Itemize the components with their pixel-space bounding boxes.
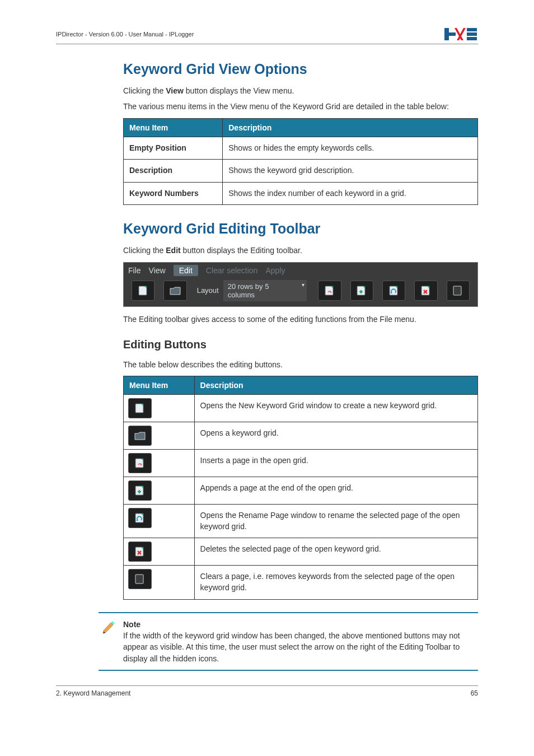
table-row: Empty Position Shows or hides the empty … bbox=[124, 137, 478, 160]
note-pencil-icon bbox=[101, 620, 116, 637]
table-row: Appends a page at the end of the open gr… bbox=[124, 477, 478, 505]
open-grid-icon bbox=[163, 281, 186, 301]
section-title-view-options: Keyword Grid View Options bbox=[123, 61, 478, 77]
open-grid-icon bbox=[128, 426, 152, 446]
toolbar-tab-file: File bbox=[128, 266, 141, 275]
page-header: IPDirector - Version 6.00 - User Manual … bbox=[56, 28, 478, 44]
clear-page-icon bbox=[128, 569, 152, 589]
note-text: Note If the width of the keyword grid wi… bbox=[123, 619, 476, 664]
editing-toolbar-screenshot: File View Edit Clear selection Apply Lay… bbox=[123, 262, 478, 307]
insert-page-icon bbox=[318, 281, 341, 301]
svg-rect-33 bbox=[135, 514, 143, 522]
svg-rect-40 bbox=[135, 575, 143, 584]
editing-buttons-table: Menu Item Description Opens the New Keyw… bbox=[123, 376, 478, 599]
subsection-title-editing-buttons: Editing Buttons bbox=[123, 338, 478, 351]
svg-rect-1 bbox=[444, 32, 456, 36]
svg-rect-36 bbox=[135, 547, 143, 556]
table-cell: Inserts a page in the open grid. bbox=[194, 450, 477, 477]
table-row: Opens the Rename Page window to rename t… bbox=[124, 505, 478, 538]
layout-label: Layout bbox=[197, 286, 219, 295]
toolbar-tab-view: View bbox=[149, 266, 166, 275]
paragraph: Clicking the View button displays the Vi… bbox=[123, 85, 478, 96]
svg-rect-5 bbox=[467, 32, 477, 36]
icon-cell bbox=[124, 538, 195, 566]
table-cell: Description bbox=[124, 160, 223, 183]
svg-rect-16 bbox=[390, 286, 397, 295]
text: Clicking the bbox=[123, 246, 166, 255]
note-label: Note bbox=[123, 620, 140, 629]
table-row: Clears a page, i.e. removes keywords fro… bbox=[124, 566, 478, 599]
icon-cell bbox=[124, 505, 195, 538]
svg-marker-41 bbox=[103, 623, 113, 633]
table-cell: Clears a page, i.e. removes keywords fro… bbox=[194, 566, 477, 599]
toolbar-tab-edit: Edit bbox=[174, 265, 198, 276]
new-grid-icon bbox=[132, 281, 154, 301]
icon-cell bbox=[124, 395, 195, 422]
header-text: IPDirector - Version 6.00 - User Manual … bbox=[56, 31, 194, 38]
icon-cell bbox=[124, 566, 195, 599]
table-cell: Empty Position bbox=[124, 137, 223, 160]
paragraph: Clicking the Edit button displays the Ed… bbox=[123, 245, 478, 256]
text-bold: View bbox=[166, 86, 184, 95]
evs-logo bbox=[444, 28, 478, 40]
table-cell: Appends a page at the end of the open gr… bbox=[194, 477, 477, 505]
paragraph: The Editing toolbar gives access to some… bbox=[123, 314, 478, 325]
new-grid-icon bbox=[128, 398, 152, 418]
icon-cell bbox=[124, 477, 195, 505]
svg-rect-19 bbox=[421, 286, 429, 295]
clear-page-icon bbox=[447, 281, 470, 301]
insert-page-icon bbox=[128, 453, 152, 473]
text-bold: Edit bbox=[166, 246, 180, 255]
svg-rect-26 bbox=[135, 459, 143, 468]
delete-page-icon bbox=[128, 542, 152, 562]
table-cell: Opens the Rename Page window to rename t… bbox=[194, 505, 477, 538]
table-header: Menu Item bbox=[124, 376, 195, 395]
text: Clicking the bbox=[123, 86, 166, 95]
table-cell: Shows or hides the empty keywords cells. bbox=[223, 137, 478, 160]
table-header: Menu Item bbox=[124, 118, 223, 137]
table-header-row: Menu Item Description bbox=[124, 118, 478, 137]
table-header: Description bbox=[194, 376, 477, 395]
table-header-row: Menu Item Description bbox=[124, 376, 478, 395]
table-row: Opens a keyword grid. bbox=[124, 422, 478, 450]
table-cell: Opens a keyword grid. bbox=[194, 422, 477, 450]
append-page-icon bbox=[128, 480, 152, 501]
append-page-icon bbox=[350, 281, 373, 301]
icon-cell bbox=[124, 422, 195, 450]
text: button displays the Editing toolbar. bbox=[181, 246, 302, 255]
icon-cell bbox=[124, 450, 195, 477]
svg-rect-23 bbox=[453, 286, 461, 295]
footer-left: 2. Keyword Management bbox=[56, 689, 130, 697]
rename-page-icon bbox=[382, 281, 405, 301]
svg-rect-4 bbox=[467, 28, 477, 31]
table-row: Deletes the selected page of the open ke… bbox=[124, 538, 478, 566]
text: button displays the View menu. bbox=[184, 86, 294, 95]
svg-rect-7 bbox=[139, 286, 147, 295]
table-row: Inserts a page in the open grid. bbox=[124, 450, 478, 477]
svg-rect-24 bbox=[135, 404, 143, 413]
paragraph: The table below describes the editing bu… bbox=[123, 359, 478, 370]
rename-page-icon bbox=[128, 508, 152, 528]
table-header: Description bbox=[223, 118, 478, 137]
note-body: If the width of the keyword grid window … bbox=[123, 631, 460, 663]
view-options-table: Menu Item Description Empty Position Sho… bbox=[123, 118, 478, 206]
table-cell: Deletes the selected page of the open ke… bbox=[194, 538, 477, 566]
svg-rect-6 bbox=[467, 37, 477, 40]
table-cell: Keyword Numbers bbox=[124, 182, 223, 205]
section-title-editing-toolbar: Keyword Grid Editing Toolbar bbox=[123, 221, 478, 237]
svg-rect-9 bbox=[325, 286, 333, 295]
delete-page-icon bbox=[414, 281, 437, 301]
layout-dropdown: 20 rows by 5 columns bbox=[223, 280, 307, 301]
page-footer: 2. Keyword Management 65 bbox=[56, 685, 478, 697]
table-row: Opens the New Keyword Grid window to cre… bbox=[124, 395, 478, 422]
table-cell: Shows the keyword grid description. bbox=[223, 160, 478, 183]
table-cell: Shows the index number of each keyword i… bbox=[223, 182, 478, 205]
table-row: Description Shows the keyword grid descr… bbox=[124, 160, 478, 183]
table-row: Keyword Numbers Shows the index number o… bbox=[124, 182, 478, 205]
note-block: Note If the width of the keyword grid wi… bbox=[99, 612, 478, 671]
footer-page-number: 65 bbox=[471, 689, 478, 697]
paragraph: The various menu items in the View menu … bbox=[123, 101, 478, 112]
table-cell: Opens the New Keyword Grid window to cre… bbox=[194, 395, 477, 422]
toolbar-tab-apply: Apply bbox=[265, 266, 285, 275]
toolbar-tab-clear: Clear selection bbox=[206, 266, 258, 275]
